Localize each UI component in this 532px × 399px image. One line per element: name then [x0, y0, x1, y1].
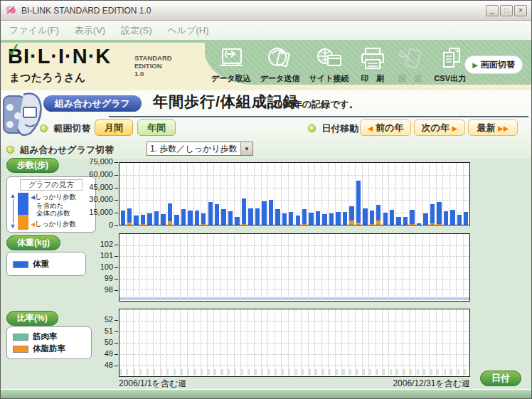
y-tick-mark — [115, 256, 118, 257]
bodyfat-swatch — [13, 346, 28, 353]
bar-week-24 — [275, 209, 280, 225]
menu-bar: ファイル(F) 表示(V) 設定(S) ヘルプ(H) — [1, 21, 531, 40]
bar-week-27 — [296, 216, 300, 225]
sample-stacked-bar — [18, 193, 28, 230]
csv-export-button[interactable]: CSV出力 — [434, 44, 466, 84]
bar-week-51 — [457, 215, 462, 225]
latest-button[interactable]: 最新 ▶▶ — [468, 119, 518, 136]
data-import-button[interactable]: データ取込 — [211, 44, 251, 84]
bar-week-39 — [376, 205, 381, 225]
y-tick-mark — [115, 366, 118, 366]
range-switch-label: 範囲切替 — [53, 123, 90, 134]
y-tick-label: 48 — [76, 361, 113, 369]
bar-week-25 — [282, 213, 287, 225]
y-tick-mark — [115, 245, 118, 245]
next-year-button[interactable]: 次の年 ▶ — [414, 119, 465, 136]
view-header-section: 組み合わせグラフ 年間歩行/体組成記録 2006年の記録です。 範囲切替 月間 … — [1, 90, 531, 159]
bar-week-41 — [390, 210, 394, 225]
minimize-button[interactable]: _ — [486, 5, 499, 16]
bilink-logo: ✓ BI·L·I·N·K STANDARD EDITION 1.0 — [8, 46, 111, 67]
bar-week-31 — [322, 214, 326, 225]
vertical-gridline — [395, 163, 396, 225]
vertical-gridline — [402, 163, 403, 225]
menu-item-file[interactable]: ファイル(F) — [9, 24, 59, 37]
y-tick-label: 75,000 — [76, 157, 113, 166]
brisk-segment-week-19 — [242, 224, 246, 225]
y-tick-label: 98 — [76, 285, 113, 294]
play-icon: ▶ — [472, 61, 478, 69]
bar-week-19 — [242, 198, 246, 225]
bar-week-21 — [255, 208, 260, 225]
brisk-segment-week-39 — [376, 220, 381, 225]
bar-week-8 — [168, 203, 172, 225]
graph-type-select[interactable]: 1. 歩数／しっかり歩数 ▼ — [147, 142, 253, 156]
range-year-button[interactable]: 年間 — [137, 119, 176, 136]
chevron-down-icon[interactable]: ▼ — [240, 142, 252, 155]
bar-week-30 — [316, 211, 320, 225]
bar-week-11 — [188, 211, 192, 225]
screen-switch-button[interactable]: ▶ 画面切替 — [464, 55, 523, 74]
y-tick-label: 0 — [76, 220, 113, 229]
weight-panel-label: 体重(kg) — [6, 235, 60, 250]
range-month-button[interactable]: 月間 — [95, 119, 133, 136]
y-tick-mark — [115, 354, 118, 355]
y-tick-label: 49 — [76, 349, 113, 358]
y-tick-label: 45,000 — [76, 183, 113, 191]
menu-item-view[interactable]: 表示(V) — [75, 24, 105, 37]
bar-week-26 — [289, 212, 293, 225]
bar-week-10 — [181, 209, 186, 225]
ratio-panel-label: 比率(%) — [6, 311, 58, 326]
right-arrow-icon: ▶ — [452, 124, 458, 132]
prev-year-button[interactable]: ◀ 前の年 — [360, 119, 411, 136]
y-tick-mark — [115, 331, 118, 332]
bar-week-50 — [450, 210, 454, 225]
site-connect-button[interactable]: サイト接続 — [309, 44, 349, 84]
data-send-icon — [266, 47, 294, 71]
title-bar: BI-LINK STANDARD EDITION 1.0 _ □ × — [1, 1, 531, 21]
y-tick-label: 52 — [76, 315, 113, 324]
horizontal-gridline — [119, 331, 469, 332]
edition-label: STANDARD EDITION 1.0 — [134, 54, 172, 78]
bullet-icon — [40, 124, 48, 132]
tab-combination-graph[interactable]: 組み合わせグラフ — [43, 95, 142, 112]
maximize-button[interactable]: □ — [500, 5, 513, 16]
menu-item-settings[interactable]: 設定(S) — [121, 24, 151, 37]
bar-week-33 — [336, 212, 340, 225]
toolbar: データ取込 データ送信 サイト接続 — [211, 44, 466, 84]
bar-week-47 — [430, 204, 435, 225]
horizontal-gridline — [119, 279, 469, 280]
range-switch-label-wrap: 範囲切替 — [40, 122, 90, 135]
horizontal-gridline — [119, 343, 469, 344]
horizontal-gridline — [119, 354, 469, 355]
app-header: ✓ BI·L·I·N·K STANDARD EDITION 1.0 まつたろうさ… — [1, 40, 531, 90]
steps-panel-label: 歩数(歩) — [6, 158, 59, 173]
bar-week-14 — [208, 202, 213, 225]
horizontal-gridline — [119, 188, 469, 188]
bar-week-9 — [174, 215, 179, 225]
data-import-icon — [217, 47, 245, 71]
brisk-segment-week-38 — [370, 224, 374, 225]
bar-week-44 — [410, 210, 414, 225]
horizontal-gridline — [119, 321, 469, 321]
y-tick-mark — [115, 290, 118, 291]
data-send-button[interactable]: データ送信 — [260, 44, 300, 84]
brisk-segment-week-47 — [430, 223, 435, 225]
menu-item-help[interactable]: ヘルプ(H) — [168, 24, 209, 37]
bar-week-5 — [147, 213, 151, 225]
bar-week-40 — [383, 213, 388, 225]
date-axis-button[interactable]: 日付 — [480, 371, 521, 386]
y-tick-label: 102 — [76, 240, 113, 248]
horizontal-gridline — [119, 245, 469, 246]
print-button[interactable]: 印 刷 — [358, 44, 387, 84]
vertical-gridline — [234, 163, 235, 225]
graph-type-select-value: 1. 歩数／しっかり歩数 — [147, 143, 240, 155]
bar-week-34 — [343, 212, 347, 225]
bar-week-36 — [356, 181, 361, 225]
bar-week-46 — [423, 213, 427, 225]
bullet-icon — [308, 124, 316, 132]
y-tick-mark — [115, 225, 118, 226]
weight-legend: 体重 — [6, 252, 86, 276]
y-tick-label: 30,000 — [76, 195, 113, 203]
close-button[interactable]: × — [514, 5, 527, 16]
logo-check-icon: ✓ — [5, 38, 23, 63]
